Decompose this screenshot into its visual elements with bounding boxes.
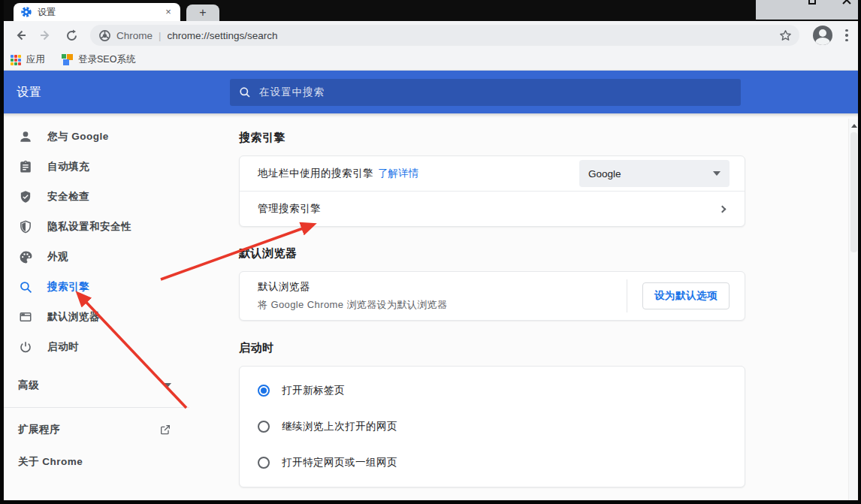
forward-button[interactable] [36,26,56,45]
settings-sidebar: 您与 Google 自动填充 安全检查 隐私设置和安全性 [0,113,230,499]
sidebar-item-search-engine[interactable]: 搜索引擎 [0,272,230,302]
startup-option-specific-pages[interactable]: 打开特定网页或一组网页 [240,445,745,481]
sidebar-item-on-startup[interactable]: 启动时 [0,332,230,362]
browser-toolbar: Chrome | chrome://settings/search [0,21,861,50]
startup-option-new-tab[interactable]: 打开新标签页 [240,373,745,409]
sidebar-item-about-chrome[interactable]: 关于 Chrome [0,447,230,477]
new-tab-button[interactable]: + [186,5,219,21]
vertical-divider [627,279,627,312]
section-title-default-browser: 默认浏览器 [239,246,745,261]
sidebar-advanced-toggle[interactable]: 高级 [0,368,189,403]
default-browser-row: 默认浏览器 将 Google Chrome 浏览器设为默认浏览器 设为默认选项 [240,272,745,320]
palette-icon [17,248,35,266]
settings-header: 设置 在设置中搜索 [0,71,861,113]
manage-search-engines-row[interactable]: 管理搜索引擎 [240,192,745,226]
power-icon [17,338,35,356]
sidebar-item-default-browser[interactable]: 默认浏览器 [0,302,230,332]
profile-avatar[interactable] [813,26,832,45]
bookmark-label: 登录SEO系统 [78,53,135,66]
url-host: Chrome [116,30,153,41]
default-browser-card: 默认浏览器 将 Google Chrome 浏览器设为默认浏览器 设为默认选项 [239,271,745,321]
radio-button[interactable] [258,421,270,433]
settings-page: 您与 Google 自动填充 安全检查 隐私设置和安全性 [0,113,861,499]
chevron-down-icon [164,383,171,388]
bookmark-star-icon[interactable] [779,29,792,42]
settings-title: 设置 [17,85,42,101]
autofill-icon [17,158,35,176]
address-bar-engine-row: 地址栏中使用的搜索引擎 了解详情 Google [240,156,745,191]
bookmark-label: 应用 [26,53,45,66]
search-placeholder: 在设置中搜索 [259,86,325,99]
person-icon [17,128,35,146]
settings-search-input[interactable]: 在设置中搜索 [230,79,741,106]
startup-option-continue[interactable]: 继续浏览上次打开的网页 [240,409,745,445]
browser-menu-icon[interactable] [840,29,853,42]
window-frame-bottom [0,500,861,504]
bookmark-apps[interactable]: 应用 [11,53,45,66]
learn-more-link[interactable]: 了解详情 [378,167,418,180]
bookmarks-bar: 应用 登录SEO系统 [0,50,861,71]
tab-close-icon[interactable]: × [162,6,174,18]
scrollbar-thumb[interactable] [850,132,857,252]
sidebar-item-safety-check[interactable]: 安全检查 [0,182,230,212]
radio-button[interactable] [258,385,270,397]
chrome-logo-icon [99,30,110,41]
settings-main: 搜索引擎 地址栏中使用的搜索引擎 了解详情 Google 管理搜索引擎 [239,113,745,499]
section-title-on-startup: 启动时 [239,341,745,355]
window-frame-right [858,0,861,504]
default-browser-title: 默认浏览器 [258,280,447,294]
shield-check-icon [17,188,35,206]
radio-button[interactable] [258,457,270,469]
chevron-right-icon [719,205,727,213]
url-text: chrome://settings/search [167,30,277,41]
settings-gear-icon [21,7,32,17]
back-button[interactable] [11,26,30,45]
search-icon [239,86,251,98]
privacy-shield-icon [17,218,35,236]
seo-favicon [62,54,73,65]
tab-strip: 设置 × + [0,0,861,21]
search-engine-card: 地址栏中使用的搜索引擎 了解详情 Google 管理搜索引擎 [239,155,745,227]
browser-window: 设置 × + Chrome | chrome://settings/search [0,0,861,504]
address-bar[interactable]: Chrome | chrome://settings/search [90,25,799,46]
window-caption-area [756,0,861,20]
tab-settings[interactable]: 设置 × [14,3,180,21]
window-frame-left [0,0,4,504]
restore-window-icon[interactable] [808,0,816,5]
apps-grid-icon [11,55,21,65]
search-icon [17,278,35,296]
bookmark-seo-system[interactable]: 登录SEO系统 [62,53,135,66]
tab-title: 设置 [38,6,162,19]
default-browser-subtitle: 将 Google Chrome 浏览器设为默认浏览器 [258,298,447,312]
browser-window-icon [17,308,35,326]
external-link-icon [159,424,171,436]
reload-button[interactable] [62,26,81,45]
sidebar-item-extensions[interactable]: 扩展程序 [0,412,189,447]
sidebar-divider [0,407,189,408]
page-scrollbar[interactable] [848,119,858,500]
sidebar-item-you-and-google[interactable]: 您与 Google [0,122,230,152]
dropdown-caret-icon [713,171,721,176]
section-title-search-engine: 搜索引擎 [239,131,745,145]
search-engine-select[interactable]: Google [579,160,730,187]
sidebar-item-autofill[interactable]: 自动填充 [0,152,230,182]
on-startup-card: 打开新标签页 继续浏览上次打开的网页 打开特定网页或一组网页 [239,366,745,487]
plus-icon: + [199,7,206,19]
sidebar-item-appearance[interactable]: 外观 [0,242,230,272]
set-as-default-button[interactable]: 设为默认选项 [642,282,730,309]
url-separator: | [159,30,161,41]
scrollbar-up-arrow-icon[interactable] [851,124,857,128]
sidebar-item-privacy[interactable]: 隐私设置和安全性 [0,212,230,242]
close-window-icon[interactable] [841,0,852,5]
